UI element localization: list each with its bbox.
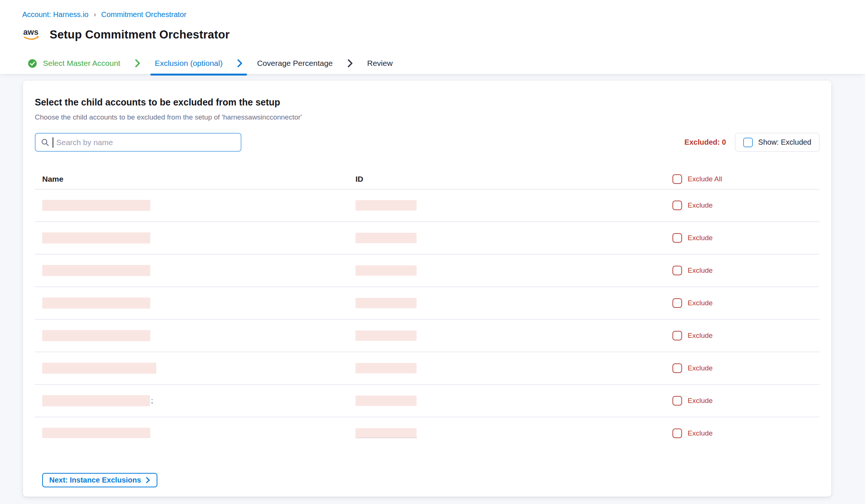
redacted-account-name <box>42 232 150 243</box>
title-bar: aws Setup Commitment Orchestrator <box>0 25 865 44</box>
excluded-count-badge: Excluded: 0 <box>684 138 726 147</box>
exclude-checkbox[interactable] <box>672 298 682 308</box>
step-select-master-account[interactable]: Select Master Account <box>28 59 120 68</box>
account-id-cell <box>355 363 672 373</box>
show-excluded-label: Show: Excluded <box>758 138 811 147</box>
account-name-cell <box>42 330 355 341</box>
step-review[interactable]: Review <box>367 59 393 68</box>
table-row: Exclude <box>35 320 819 352</box>
account-id-cell <box>355 233 672 243</box>
redacted-account-id <box>355 428 417 438</box>
exclude-row-toggle[interactable]: Exclude <box>672 298 812 308</box>
redacted-account-name <box>42 200 150 211</box>
exclude-row-toggle[interactable]: Exclude <box>672 331 812 340</box>
table-row: Exclude <box>35 222 819 255</box>
redacted-account-name <box>42 395 150 406</box>
exclude-checkbox[interactable] <box>672 396 682 406</box>
exclude-all-label: Exclude All <box>688 175 722 183</box>
wizard-stepper: Select Master Account Exclusion (optiona… <box>0 53 865 74</box>
exclude-checkbox[interactable] <box>672 331 682 340</box>
account-name-cell <box>42 232 355 243</box>
table-row: Exclude <box>35 417 819 438</box>
account-name-suffix: ; <box>151 397 153 405</box>
breadcrumb-page-link[interactable]: Commitment Orchestrator <box>101 10 186 19</box>
step-complete-check-icon <box>28 59 37 68</box>
account-name-cell <box>42 265 355 276</box>
step-chevron-icon <box>134 59 141 67</box>
exclude-label: Exclude <box>688 234 713 242</box>
table-row: Exclude <box>35 287 819 320</box>
redacted-account-id <box>355 298 417 308</box>
account-id-cell <box>355 265 672 276</box>
exclude-checkbox[interactable] <box>672 363 682 373</box>
account-id-cell <box>355 298 672 308</box>
list-controls: Search by name Excluded: 0 Show: Exclude… <box>35 133 819 152</box>
child-accounts-table: Name ID Exclude All <box>35 169 819 438</box>
step-chevron-icon <box>347 59 353 67</box>
column-header-name: Name <box>42 175 355 184</box>
redacted-account-id <box>355 233 417 243</box>
exclude-all-toggle[interactable]: Exclude All <box>672 174 812 184</box>
step-coverage-percentage[interactable]: Coverage Percentage <box>257 59 333 68</box>
step-label: Review <box>367 59 393 68</box>
aws-logo-icon: aws <box>23 27 41 43</box>
step-exclusion-optional[interactable]: Exclusion (optional) <box>155 59 223 68</box>
breadcrumb: Account: Harness.io › Commitment Orchest… <box>0 9 865 20</box>
redacted-account-name <box>42 265 150 276</box>
account-id-cell <box>355 428 672 438</box>
table-row: ; Exclude <box>35 385 819 417</box>
next-instance-exclusions-button[interactable]: Next: Instance Exclusions <box>42 473 157 487</box>
page-body: Select the child accounts to be excluded… <box>0 71 865 504</box>
account-name-cell <box>42 363 355 374</box>
exclude-row-toggle[interactable]: Exclude <box>672 233 812 243</box>
account-id-cell <box>355 396 672 406</box>
controls-right: Excluded: 0 Show: Excluded <box>684 133 819 152</box>
step-label: Select Master Account <box>43 59 120 68</box>
exclude-label: Exclude <box>688 299 713 307</box>
exclude-row-toggle[interactable]: Exclude <box>672 201 812 210</box>
exclude-row-toggle[interactable]: Exclude <box>672 363 812 373</box>
page-header: Account: Harness.io › Commitment Orchest… <box>0 0 865 74</box>
column-header-id: ID <box>355 175 672 184</box>
step-chevron-icon <box>237 59 243 67</box>
exclude-label: Exclude <box>688 397 713 405</box>
show-excluded-checkbox[interactable] <box>743 138 753 147</box>
step-label: Coverage Percentage <box>257 59 333 68</box>
panel-subheading: Choose the child accounts to be excluded… <box>35 113 819 121</box>
breadcrumb-chevron-icon: › <box>94 10 96 19</box>
exclude-row-toggle[interactable]: Exclude <box>672 266 812 275</box>
redacted-account-id <box>355 363 417 373</box>
breadcrumb-account-link[interactable]: Account: Harness.io <box>22 10 88 19</box>
exclude-checkbox[interactable] <box>672 429 682 438</box>
table-row: Exclude <box>35 189 819 222</box>
svg-text:aws: aws <box>23 27 39 37</box>
page-title: Setup Commitment Orchestrator <box>50 28 230 41</box>
next-button-label: Next: Instance Exclusions <box>49 476 141 484</box>
exclude-checkbox[interactable] <box>672 233 682 243</box>
exclude-row-toggle[interactable]: Exclude <box>672 396 812 406</box>
redacted-account-id <box>355 265 417 276</box>
redacted-account-id <box>355 200 417 211</box>
chevron-right-icon <box>146 477 150 483</box>
exclude-all-checkbox[interactable] <box>672 174 682 184</box>
table-rows: Exclude Exclude <box>35 189 819 438</box>
account-id-cell <box>355 330 672 341</box>
exclude-checkbox[interactable] <box>672 201 682 210</box>
search-placeholder: Search by name <box>56 138 113 147</box>
exclude-checkbox[interactable] <box>672 266 682 275</box>
redacted-account-name <box>42 330 150 341</box>
account-name-cell <box>42 200 355 211</box>
redacted-account-id <box>355 330 417 341</box>
table-header: Name ID Exclude All <box>35 169 819 189</box>
panel-heading: Select the child accounts to be excluded… <box>35 97 819 108</box>
redacted-account-name <box>42 363 156 374</box>
exclude-row-toggle[interactable]: Exclude <box>672 429 812 438</box>
show-excluded-toggle[interactable]: Show: Excluded <box>735 133 819 152</box>
account-name-cell <box>42 298 355 309</box>
text-cursor <box>53 137 53 148</box>
account-name-cell <box>42 428 355 438</box>
exclude-label: Exclude <box>688 332 713 340</box>
commitment-orchestrator-page: Account: Harness.io › Commitment Orchest… <box>0 0 865 504</box>
search-input[interactable]: Search by name <box>35 133 241 152</box>
exclude-label: Exclude <box>688 429 713 437</box>
